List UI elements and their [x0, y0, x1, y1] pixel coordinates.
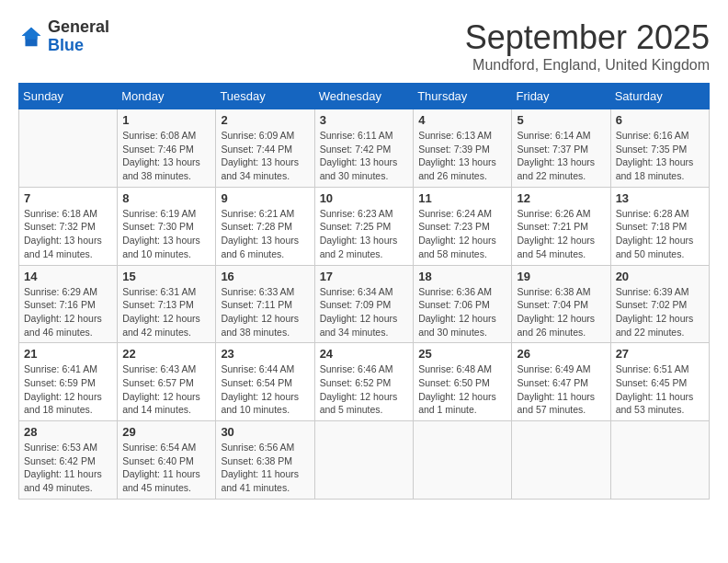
calendar-cell: 9Sunrise: 6:21 AM Sunset: 7:28 PM Daylig…	[216, 187, 314, 265]
day-info: Sunrise: 6:44 AM Sunset: 6:54 PM Dayligh…	[221, 362, 309, 417]
calendar-cell: 13Sunrise: 6:28 AM Sunset: 7:18 PM Dayli…	[610, 187, 709, 265]
calendar-cell: 14Sunrise: 6:29 AM Sunset: 7:16 PM Dayli…	[19, 265, 118, 343]
day-number: 2	[221, 113, 309, 127]
calendar-cell: 5Sunrise: 6:14 AM Sunset: 7:37 PM Daylig…	[512, 109, 610, 188]
calendar-cell: 20Sunrise: 6:39 AM Sunset: 7:02 PM Dayli…	[610, 265, 709, 343]
day-info: Sunrise: 6:34 AM Sunset: 7:09 PM Dayligh…	[320, 285, 409, 339]
calendar-cell: 19Sunrise: 6:38 AM Sunset: 7:04 PM Dayli…	[512, 265, 610, 343]
calendar-cell: 27Sunrise: 6:51 AM Sunset: 6:45 PM Dayli…	[610, 343, 709, 421]
calendar-cell: 21Sunrise: 6:41 AM Sunset: 6:59 PM Dayli…	[19, 343, 118, 421]
calendar-cell: 25Sunrise: 6:48 AM Sunset: 6:50 PM Dayli…	[414, 343, 512, 421]
day-number: 7	[24, 191, 112, 205]
calendar-cell: 28Sunrise: 6:53 AM Sunset: 6:42 PM Dayli…	[19, 421, 118, 500]
day-number: 1	[122, 113, 210, 127]
calendar-header-row: SundayMondayTuesdayWednesdayThursdayFrid…	[19, 84, 710, 109]
day-number: 19	[517, 270, 605, 283]
calendar-table: SundayMondayTuesdayWednesdayThursdayFrid…	[18, 83, 710, 500]
day-number: 10	[320, 191, 409, 205]
calendar-cell	[314, 421, 414, 500]
day-number: 25	[418, 347, 506, 361]
day-info: Sunrise: 6:18 AM Sunset: 7:32 PM Dayligh…	[24, 207, 112, 261]
calendar-cell: 15Sunrise: 6:31 AM Sunset: 7:13 PM Dayli…	[118, 265, 216, 343]
day-info: Sunrise: 6:31 AM Sunset: 7:13 PM Dayligh…	[122, 285, 210, 339]
day-info: Sunrise: 6:46 AM Sunset: 6:52 PM Dayligh…	[320, 362, 409, 417]
calendar-cell: 1Sunrise: 6:08 AM Sunset: 7:46 PM Daylig…	[118, 109, 216, 188]
day-number: 13	[616, 191, 704, 205]
calendar-cell: 2Sunrise: 6:09 AM Sunset: 7:44 PM Daylig…	[216, 109, 314, 188]
day-info: Sunrise: 6:24 AM Sunset: 7:23 PM Dayligh…	[418, 207, 506, 261]
logo-text: General Blue	[48, 18, 109, 55]
day-info: Sunrise: 6:53 AM Sunset: 6:42 PM Dayligh…	[24, 441, 112, 495]
calendar-cell: 23Sunrise: 6:44 AM Sunset: 6:54 PM Dayli…	[216, 343, 314, 421]
calendar-cell: 22Sunrise: 6:43 AM Sunset: 6:57 PM Dayli…	[118, 343, 216, 421]
calendar-cell	[414, 421, 512, 500]
day-number: 18	[418, 270, 506, 283]
day-number: 21	[24, 347, 112, 361]
day-info: Sunrise: 6:51 AM Sunset: 6:45 PM Dayligh…	[616, 362, 704, 417]
calendar-cell: 17Sunrise: 6:34 AM Sunset: 7:09 PM Dayli…	[314, 265, 414, 343]
logo-blue: Blue	[48, 36, 84, 54]
day-number: 4	[418, 113, 506, 127]
calendar-cell: 29Sunrise: 6:54 AM Sunset: 6:40 PM Dayli…	[118, 421, 216, 500]
day-number: 15	[122, 270, 210, 283]
month-title: September 2025	[465, 18, 710, 57]
day-info: Sunrise: 6:43 AM Sunset: 6:57 PM Dayligh…	[122, 362, 210, 417]
calendar-week-3: 14Sunrise: 6:29 AM Sunset: 7:16 PM Dayli…	[19, 265, 710, 343]
logo-general: General	[48, 17, 109, 36]
day-info: Sunrise: 6:49 AM Sunset: 6:47 PM Dayligh…	[517, 362, 605, 417]
calendar-cell: 8Sunrise: 6:19 AM Sunset: 7:30 PM Daylig…	[118, 187, 216, 265]
day-number: 14	[24, 270, 112, 283]
calendar-cell: 10Sunrise: 6:23 AM Sunset: 7:25 PM Dayli…	[314, 187, 414, 265]
day-number: 16	[221, 270, 309, 283]
day-number: 17	[320, 270, 409, 283]
day-info: Sunrise: 6:28 AM Sunset: 7:18 PM Dayligh…	[616, 207, 704, 261]
day-number: 5	[517, 113, 605, 127]
header-saturday: Saturday	[610, 84, 709, 109]
day-info: Sunrise: 6:13 AM Sunset: 7:39 PM Dayligh…	[418, 129, 506, 183]
day-number: 27	[616, 347, 704, 361]
calendar-cell: 12Sunrise: 6:26 AM Sunset: 7:21 PM Dayli…	[512, 187, 610, 265]
header-friday: Friday	[512, 84, 610, 109]
calendar-cell: 30Sunrise: 6:56 AM Sunset: 6:38 PM Dayli…	[216, 421, 314, 500]
calendar-cell	[19, 109, 118, 188]
calendar-cell: 11Sunrise: 6:24 AM Sunset: 7:23 PM Dayli…	[414, 187, 512, 265]
calendar-cell: 18Sunrise: 6:36 AM Sunset: 7:06 PM Dayli…	[414, 265, 512, 343]
day-number: 28	[24, 425, 112, 439]
logo: General Blue	[18, 18, 109, 55]
day-info: Sunrise: 6:41 AM Sunset: 6:59 PM Dayligh…	[24, 362, 112, 417]
day-info: Sunrise: 6:26 AM Sunset: 7:21 PM Dayligh…	[517, 207, 605, 261]
calendar-week-4: 21Sunrise: 6:41 AM Sunset: 6:59 PM Dayli…	[19, 343, 710, 421]
calendar-cell	[610, 421, 709, 500]
day-number: 30	[221, 425, 309, 439]
day-info: Sunrise: 6:21 AM Sunset: 7:28 PM Dayligh…	[221, 207, 309, 261]
calendar-cell: 3Sunrise: 6:11 AM Sunset: 7:42 PM Daylig…	[314, 109, 414, 188]
calendar-cell: 16Sunrise: 6:33 AM Sunset: 7:11 PM Dayli…	[216, 265, 314, 343]
day-number: 22	[122, 347, 210, 361]
day-number: 20	[616, 270, 704, 283]
day-number: 23	[221, 347, 309, 361]
title-block: September 2025 Mundford, England, United…	[465, 18, 710, 74]
day-info: Sunrise: 6:29 AM Sunset: 7:16 PM Dayligh…	[24, 285, 112, 339]
calendar-cell: 7Sunrise: 6:18 AM Sunset: 7:32 PM Daylig…	[19, 187, 118, 265]
day-info: Sunrise: 6:16 AM Sunset: 7:35 PM Dayligh…	[616, 129, 704, 183]
day-info: Sunrise: 6:56 AM Sunset: 6:38 PM Dayligh…	[221, 441, 309, 495]
header-sunday: Sunday	[19, 84, 118, 109]
calendar-cell: 24Sunrise: 6:46 AM Sunset: 6:52 PM Dayli…	[314, 343, 414, 421]
calendar-body: 1Sunrise: 6:08 AM Sunset: 7:46 PM Daylig…	[19, 109, 710, 500]
day-info: Sunrise: 6:39 AM Sunset: 7:02 PM Dayligh…	[616, 285, 704, 339]
day-number: 26	[517, 347, 605, 361]
day-info: Sunrise: 6:38 AM Sunset: 7:04 PM Dayligh…	[517, 285, 605, 339]
calendar-cell: 26Sunrise: 6:49 AM Sunset: 6:47 PM Dayli…	[512, 343, 610, 421]
calendar-cell: 4Sunrise: 6:13 AM Sunset: 7:39 PM Daylig…	[414, 109, 512, 188]
day-info: Sunrise: 6:19 AM Sunset: 7:30 PM Dayligh…	[122, 207, 210, 261]
header-wednesday: Wednesday	[314, 84, 414, 109]
calendar-cell: 6Sunrise: 6:16 AM Sunset: 7:35 PM Daylig…	[610, 109, 709, 188]
calendar-week-1: 1Sunrise: 6:08 AM Sunset: 7:46 PM Daylig…	[19, 109, 710, 188]
day-info: Sunrise: 6:36 AM Sunset: 7:06 PM Dayligh…	[418, 285, 506, 339]
day-number: 24	[320, 347, 409, 361]
day-info: Sunrise: 6:11 AM Sunset: 7:42 PM Dayligh…	[320, 129, 409, 183]
location-subtitle: Mundford, England, United Kingdom	[465, 57, 710, 74]
header-thursday: Thursday	[414, 84, 512, 109]
day-number: 9	[221, 191, 309, 205]
day-number: 29	[122, 425, 210, 439]
